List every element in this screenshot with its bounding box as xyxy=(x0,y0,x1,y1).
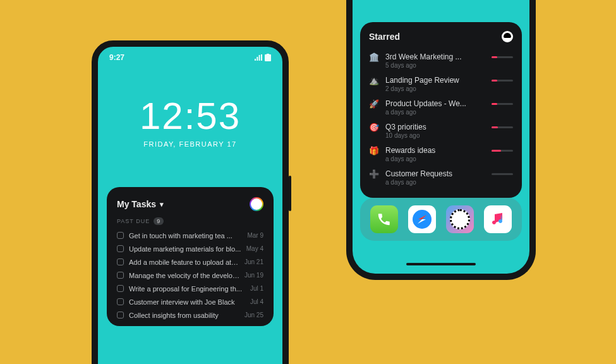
clock-time: 12:53 xyxy=(98,97,282,135)
power-button[interactable] xyxy=(289,176,291,211)
phone-icon xyxy=(377,212,391,226)
task-row[interactable]: Get in touch with marketing tea ...Mar 9 xyxy=(117,229,263,242)
task-text: Get in touch with marketing tea ... xyxy=(129,232,242,240)
progress-meter xyxy=(492,56,513,58)
item-subtitle: 5 days ago xyxy=(385,62,485,69)
battery-icon xyxy=(265,54,271,61)
app-avatar[interactable] xyxy=(502,31,513,42)
task-text: Customer interview with Joe Black xyxy=(129,298,245,306)
task-date: Jun 25 xyxy=(245,312,263,318)
checkbox[interactable] xyxy=(117,245,124,252)
item-title: Landing Page Review xyxy=(385,76,485,85)
task-row[interactable]: Collect insights from usabilityJun 25 xyxy=(117,308,263,322)
progress-meter xyxy=(492,126,513,128)
task-text: Add a mobile feature to upload atta... xyxy=(129,258,239,266)
item-emoji-icon: ⛰️ xyxy=(369,76,379,86)
progress-meter xyxy=(492,80,513,82)
task-date: Jun 19 xyxy=(245,272,263,279)
user-avatar[interactable] xyxy=(250,197,263,211)
progress-meter xyxy=(492,103,513,105)
task-list: Get in touch with marketing tea ...Mar 9… xyxy=(117,229,263,322)
widget-title: My Tasks xyxy=(117,199,156,209)
signal-icon xyxy=(255,54,262,61)
task-row[interactable]: Write a proposal for Engineering th...Ju… xyxy=(117,282,263,295)
music-note-icon xyxy=(490,212,505,227)
task-row[interactable]: Add a mobile feature to upload atta...Ju… xyxy=(117,255,263,269)
section-label-row: PAST DUE 9 xyxy=(117,217,263,225)
task-row[interactable]: Customer interview with Joe BlackJul 4 xyxy=(117,295,263,308)
dock-app-custom[interactable] xyxy=(446,205,474,233)
item-title: 3rd Week Marketing ... xyxy=(385,52,485,61)
iphone-frame: Starred 🏛️3rd Week Marketing ...5 days a… xyxy=(346,0,536,280)
checkbox[interactable] xyxy=(117,258,124,265)
starred-row[interactable]: 🎯Q3 priorities10 days ago xyxy=(369,119,513,142)
starred-row[interactable]: 🚀Product Updates - We...a days ago xyxy=(369,95,513,119)
checkbox[interactable] xyxy=(117,298,124,305)
widget-header: My Tasks ▾ xyxy=(117,197,263,211)
item-subtitle: a days ago xyxy=(385,109,485,116)
task-date: Jul 4 xyxy=(250,298,263,305)
task-date: Jul 1 xyxy=(250,285,263,292)
widget-title-row[interactable]: My Tasks ▾ xyxy=(117,199,164,209)
android-phone-frame: 9:27 12:53 FRIDAY, FEBRUARY 17 My Tasks … xyxy=(92,40,289,364)
compass-icon xyxy=(411,208,433,231)
starred-row[interactable]: 🏛️3rd Week Marketing ...5 days ago xyxy=(369,49,513,72)
dock-app-music[interactable] xyxy=(484,205,512,233)
item-emoji-icon: ➕ xyxy=(369,169,379,179)
status-bar: 9:27 xyxy=(98,47,282,62)
item-emoji-icon: 🚀 xyxy=(369,99,379,109)
item-emoji-icon: 🏛️ xyxy=(369,52,379,63)
past-due-label: PAST DUE xyxy=(117,218,150,224)
item-subtitle: a days ago xyxy=(385,179,485,186)
status-icons xyxy=(255,54,271,61)
dock xyxy=(360,198,522,241)
task-date: May 4 xyxy=(246,245,263,252)
status-time: 9:27 xyxy=(109,53,124,62)
task-text: Manage the velocity of the develop... xyxy=(129,272,239,279)
lockscreen-clock: 12:53 FRIDAY, FEBRUARY 17 xyxy=(98,97,282,148)
checkbox[interactable] xyxy=(117,232,124,239)
task-text: Collect insights from usability xyxy=(129,312,239,319)
starred-widget[interactable]: Starred 🏛️3rd Week Marketing ...5 days a… xyxy=(360,22,522,198)
item-title: Q3 priorities xyxy=(385,123,485,131)
starred-row[interactable]: ⛰️Landing Page Review2 days ago xyxy=(369,72,513,95)
item-emoji-icon: 🎯 xyxy=(369,123,379,133)
starred-list: 🏛️3rd Week Marketing ...5 days ago⛰️Land… xyxy=(369,49,513,189)
my-tasks-widget[interactable]: My Tasks ▾ PAST DUE 9 Get in touch with … xyxy=(107,187,274,326)
progress-meter xyxy=(492,173,513,175)
item-subtitle: a days ago xyxy=(385,155,485,162)
progress-meter xyxy=(492,150,513,152)
starred-row[interactable]: 🎁Rewards ideasa days ago xyxy=(369,142,513,166)
checkbox[interactable] xyxy=(117,285,124,292)
task-row[interactable]: Update marketing materials for blo...May… xyxy=(117,242,263,255)
checkbox[interactable] xyxy=(117,312,124,318)
home-indicator[interactable] xyxy=(406,263,476,265)
item-title: Rewards ideas xyxy=(385,146,485,155)
starred-row[interactable]: ➕Customer Requestsa days ago xyxy=(369,166,513,189)
task-text: Write a proposal for Engineering th... xyxy=(129,285,245,293)
task-date: Mar 9 xyxy=(247,232,263,239)
dock-app-safari[interactable] xyxy=(408,205,436,233)
dock-app-phone[interactable] xyxy=(370,205,398,233)
item-title: Customer Requests xyxy=(385,169,485,178)
item-subtitle: 10 days ago xyxy=(385,132,485,139)
task-date: Jun 21 xyxy=(245,258,263,265)
item-subtitle: 2 days ago xyxy=(385,85,485,92)
past-due-count-badge: 9 xyxy=(154,217,164,225)
widget-title: Starred xyxy=(369,32,400,42)
item-title: Product Updates - We... xyxy=(385,99,485,108)
task-text: Update marketing materials for blo... xyxy=(129,245,241,253)
widget-header: Starred xyxy=(369,31,513,42)
task-row[interactable]: Manage the velocity of the develop...Jun… xyxy=(117,269,263,282)
chevron-down-icon: ▾ xyxy=(160,200,164,209)
clock-date: FRIDAY, FEBRUARY 17 xyxy=(98,140,282,148)
item-emoji-icon: 🎁 xyxy=(369,146,379,156)
checkbox[interactable] xyxy=(117,272,124,279)
